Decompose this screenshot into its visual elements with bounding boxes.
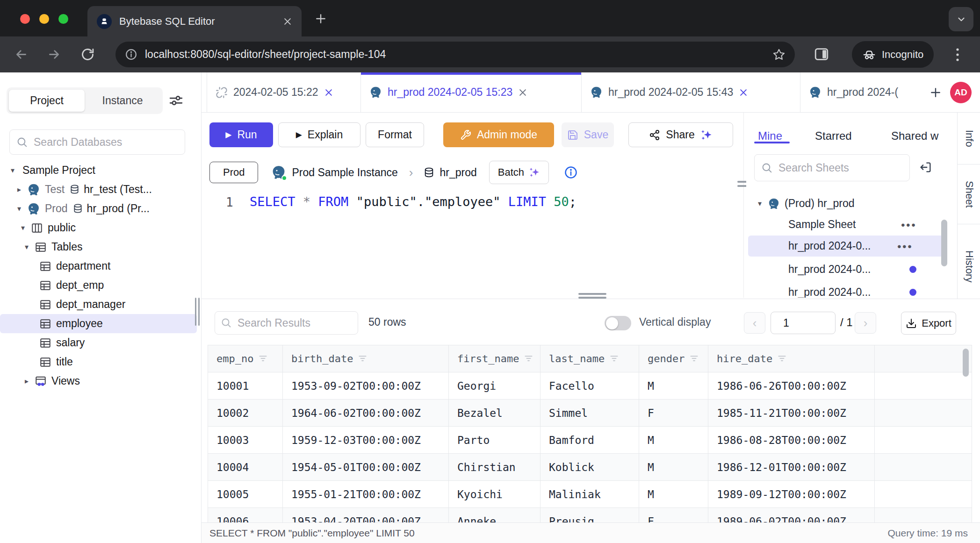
table-row[interactable]: 100021964-06-02T00:00:00ZBezalelSimmelF1…: [208, 400, 972, 427]
table-cell[interactable]: 1959-12-03T00:00:00Z: [283, 427, 449, 454]
results-scrollbar[interactable]: [963, 349, 969, 377]
chevron-expanded-icon[interactable]: ▾: [8, 166, 17, 175]
table-cell[interactable]: 1954-05-01T00:00:00Z: [283, 454, 449, 481]
table-row[interactable]: 100041954-05-01T00:00:00ZChirstianKoblic…: [208, 454, 972, 481]
prev-page-button[interactable]: ‹: [744, 312, 765, 334]
column-header-emp-no[interactable]: emp_no: [208, 345, 283, 372]
user-avatar[interactable]: AD: [950, 82, 972, 103]
table-cell[interactable]: 10004: [208, 454, 283, 481]
chevron-expanded-icon[interactable]: ▾: [756, 199, 764, 208]
new-tab-button[interactable]: [315, 13, 327, 25]
sort-icon[interactable]: [689, 354, 699, 364]
tab-starred[interactable]: Starred: [815, 113, 852, 143]
tree-item-table-title[interactable]: title: [0, 352, 197, 372]
sheet-search-input[interactable]: [778, 162, 903, 174]
table-cell[interactable]: Bezalel: [449, 400, 540, 427]
table-cell[interactable]: Maliniak: [540, 481, 639, 508]
run-button[interactable]: ▶ Run: [209, 122, 273, 147]
tree-item-table-department[interactable]: department: [0, 257, 197, 276]
database-name[interactable]: hr_prod: [440, 166, 476, 179]
sheet-tab-2-active[interactable]: hr_prod 2024-02-05 15:23: [361, 72, 582, 112]
tab-info[interactable]: Info: [958, 113, 980, 164]
sort-icon[interactable]: [258, 354, 268, 364]
sort-icon[interactable]: [609, 354, 619, 364]
side-panel-button[interactable]: [814, 46, 829, 62]
sort-icon[interactable]: [524, 354, 533, 364]
tab-history[interactable]: History: [958, 224, 980, 308]
results-resize-handle[interactable]: [578, 293, 606, 299]
new-sheet-tab-button[interactable]: [924, 72, 947, 112]
table-cell[interactable]: 1953-09-02T00:00:00Z: [283, 372, 449, 400]
site-info-icon[interactable]: [125, 48, 137, 61]
table-cell[interactable]: Anneke: [449, 508, 540, 523]
column-header-gender[interactable]: gender: [639, 345, 708, 372]
sql-code-editor[interactable]: 1 SELECT * FROM "public"."employee" LIMI…: [202, 188, 743, 298]
sheet-group-row[interactable]: ▾ (Prod) hr_prod: [746, 193, 947, 214]
chevron-collapsed-icon[interactable]: ▸: [22, 377, 31, 386]
reload-button[interactable]: [80, 47, 95, 62]
table-cell[interactable]: Koblick: [540, 454, 639, 481]
sheet-item[interactable]: Sample Sheet ●●●: [746, 214, 947, 235]
database-search[interactable]: [9, 129, 185, 155]
bookmark-star-icon[interactable]: [772, 48, 785, 61]
chevron-expanded-icon[interactable]: ▾: [15, 204, 23, 213]
tab-close-icon[interactable]: [324, 88, 333, 97]
table-cell[interactable]: 1953-04-20T00:00:00Z: [283, 508, 449, 523]
url-text[interactable]: localhost:8080/sql-editor/sheet/project-…: [145, 48, 772, 61]
address-bar[interactable]: localhost:8080/sql-editor/sheet/project-…: [115, 42, 795, 67]
sheet-tab-3[interactable]: hr_prod 2024-02-05 15:43: [582, 72, 800, 112]
table-row[interactable]: 100031959-12-03T00:00:00ZPartoBamfordM19…: [208, 427, 972, 454]
column-header-birth-date[interactable]: birth_date: [283, 345, 449, 372]
tree-item-database-test[interactable]: ▸ Test hr_test (Test...: [0, 180, 197, 199]
table-cell[interactable]: M: [639, 454, 708, 481]
export-button[interactable]: Export: [901, 312, 956, 335]
sheet-item[interactable]: hr_prod 2024-0...: [746, 282, 947, 298]
sheet-tab-1[interactable]: 2024-02-05 15:22: [207, 72, 361, 112]
tab-project[interactable]: Project: [9, 90, 85, 112]
info-icon[interactable]: [564, 165, 578, 179]
table-cell[interactable]: 10005: [208, 481, 283, 508]
admin-mode-button[interactable]: Admin mode: [443, 122, 554, 147]
table-cell[interactable]: 1986-12-01T00:00:00Z: [708, 454, 875, 481]
table-cell[interactable]: 1986-08-28T00:00:00Z: [708, 427, 875, 454]
window-minimize-button[interactable]: [39, 14, 49, 24]
table-row[interactable]: 100051955-01-21T00:00:00ZKyoichiMaliniak…: [208, 481, 972, 508]
table-cell[interactable]: 1986-06-26T00:00:00Z: [708, 372, 875, 400]
explain-button[interactable]: ▶ Explain: [278, 122, 360, 147]
table-cell[interactable]: 1964-06-02T00:00:00Z: [283, 400, 449, 427]
sheet-item[interactable]: hr_prod 2024-0...: [746, 259, 947, 280]
back-button[interactable]: [14, 47, 29, 62]
table-cell[interactable]: Preusig: [540, 508, 639, 523]
vertical-display-toggle[interactable]: [605, 316, 631, 330]
table-cell[interactable]: 10002: [208, 400, 283, 427]
sidebar-filter-button[interactable]: [168, 93, 184, 108]
table-cell[interactable]: 10006: [208, 508, 283, 523]
table-cell[interactable]: Chirstian: [449, 454, 540, 481]
table-cell[interactable]: F: [639, 508, 708, 523]
share-button[interactable]: Share: [628, 122, 733, 147]
next-page-button[interactable]: ›: [855, 312, 876, 334]
chevron-expanded-icon[interactable]: ▾: [22, 243, 31, 251]
tree-item-schema-public[interactable]: ▾ public: [0, 218, 197, 237]
table-cell[interactable]: Facello: [540, 372, 639, 400]
table-cell[interactable]: 1955-01-21T00:00:00Z: [283, 481, 449, 508]
sparkles-icon[interactable]: [700, 129, 713, 141]
tab-sheet[interactable]: Sheet: [958, 164, 980, 224]
tab-close-icon[interactable]: [518, 88, 527, 97]
window-zoom-button[interactable]: [58, 14, 68, 24]
table-cell[interactable]: Simmel: [540, 400, 639, 427]
sheet-menu-icon[interactable]: ●●●: [897, 242, 913, 250]
table-cell[interactable]: Georgi: [449, 372, 540, 400]
database-search-input[interactable]: [34, 136, 178, 149]
table-row[interactable]: 100011953-09-02T00:00:00ZGeorgiFacelloM1…: [208, 372, 972, 400]
table-cell[interactable]: M: [639, 372, 708, 400]
sheet-tab-4[interactable]: hr_prod 2024-(: [800, 72, 924, 112]
chevron-collapsed-icon[interactable]: ▸: [15, 185, 23, 194]
sheet-item-selected[interactable]: hr_prod 2024-0... ●●●: [748, 236, 944, 257]
collapse-panel-button[interactable]: [919, 161, 932, 174]
results-search[interactable]: [215, 311, 358, 335]
column-header-first-name[interactable]: first_name: [449, 345, 540, 372]
tree-item-table-dept-manager[interactable]: dept_manager: [0, 295, 197, 314]
sql-code[interactable]: SELECT * FROM "public"."employee" LIMIT …: [250, 194, 576, 209]
tab-mine[interactable]: Mine: [758, 113, 782, 143]
